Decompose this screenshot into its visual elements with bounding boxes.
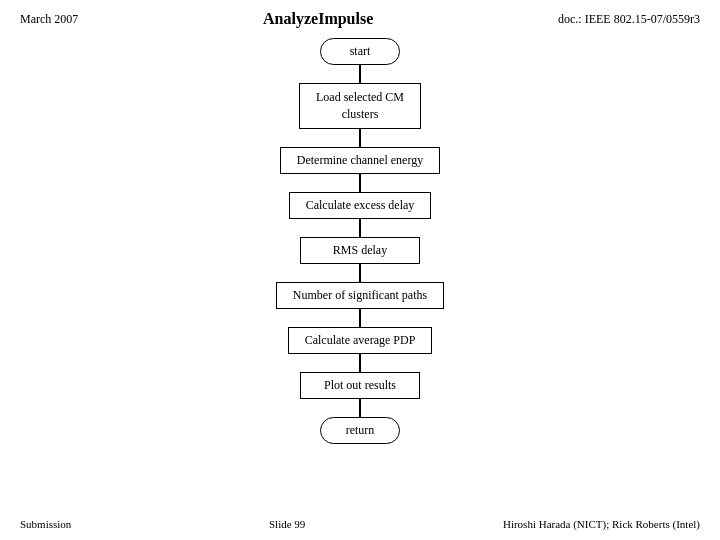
footer-slide: Slide 99 [269,518,305,530]
node-excess: Calculate excess delay [289,192,432,219]
node-determine: Determine channel energy [280,147,440,174]
connector-5 [359,264,361,282]
node-rms: RMS delay [300,237,420,264]
doc-ref: doc.: IEEE 802.15-07/0559r3 [558,12,700,27]
flow-plot: Plot out results [300,372,420,417]
connector-4 [359,219,361,237]
flow-rms: RMS delay [300,237,420,282]
flow-start: start [320,38,400,83]
connector-6 [359,309,361,327]
flow-load: Load selected CMclusters [299,83,421,147]
flow-significant: Number of significant paths [276,282,444,327]
page-title: AnalyzeImpulse [78,10,558,28]
flow-return: return [320,417,400,444]
date-label: March 2007 [20,12,78,27]
connector-1 [359,65,361,83]
connector-2 [359,129,361,147]
flow-excess: Calculate excess delay [289,192,432,237]
node-start: start [320,38,400,65]
flow-determine: Determine channel energy [280,147,440,192]
footer-submission: Submission [20,518,71,530]
connector-8 [359,399,361,417]
node-significant: Number of significant paths [276,282,444,309]
node-return: return [320,417,400,444]
node-plot: Plot out results [300,372,420,399]
flow-average: Calculate average PDP [288,327,433,372]
connector-3 [359,174,361,192]
flowchart: start Load selected CMclusters Determine… [0,38,720,444]
header: March 2007 AnalyzeImpulse doc.: IEEE 802… [0,0,720,34]
node-average: Calculate average PDP [288,327,433,354]
footer: Submission Slide 99 Hiroshi Harada (NICT… [0,518,720,530]
connector-7 [359,354,361,372]
footer-author: Hiroshi Harada (NICT); Rick Roberts (Int… [503,518,700,530]
node-load: Load selected CMclusters [299,83,421,129]
